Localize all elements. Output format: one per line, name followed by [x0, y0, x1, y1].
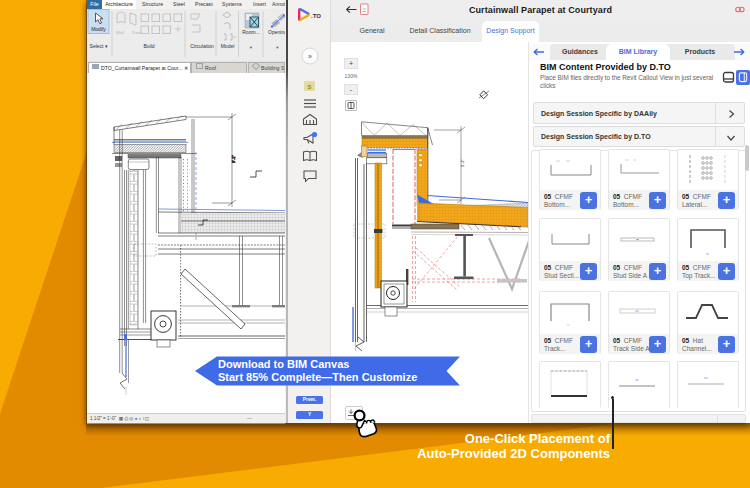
svg-text:Start 85% Complete—Then Custom: Start 85% Complete—Then Customize: [218, 371, 417, 383]
svg-text:▾: ▾: [250, 45, 253, 50]
svg-text:S: S: [307, 84, 311, 90]
svg-text:Door: Door: [132, 30, 142, 35]
svg-text:9'-2": 9'-2": [460, 158, 465, 167]
svg-text:Select ▾: Select ▾: [90, 43, 108, 49]
svg-text:Wall: Wall: [116, 30, 124, 35]
svg-text:Room...: Room...: [242, 29, 260, 35]
svg-text:Opening: Opening: [268, 29, 285, 35]
svg-text:Modify: Modify: [91, 26, 106, 32]
svg-text:Model: Model: [221, 43, 235, 49]
svg-text:▾: ▾: [276, 45, 279, 50]
svg-text:9'-2": 9'-2": [231, 154, 236, 163]
svg-text:»: »: [308, 53, 312, 60]
svg-text:Build: Build: [143, 43, 154, 49]
svg-text:Download to BIM Canvas: Download to BIM Canvas: [218, 358, 349, 370]
svg-text:Circulation: Circulation: [190, 43, 214, 49]
svg-text:.TO: .TO: [311, 13, 321, 19]
